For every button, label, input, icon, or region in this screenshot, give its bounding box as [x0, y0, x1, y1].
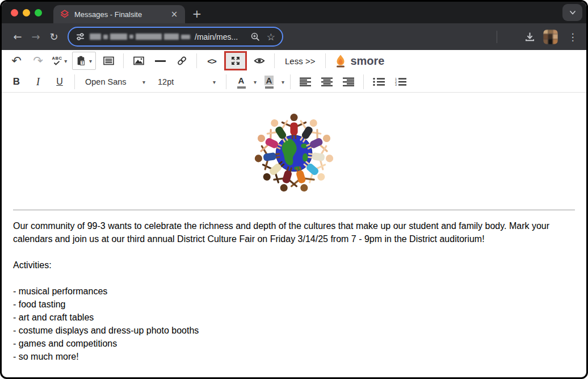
activity-item: - so much more!: [13, 350, 575, 363]
image-icon: [133, 56, 144, 65]
toolbar-divider: [363, 74, 364, 89]
font-family-value: Open Sans: [85, 77, 127, 86]
background-color-icon: A: [264, 76, 274, 89]
align-center-button[interactable]: [318, 73, 336, 90]
align-left-icon: [300, 77, 311, 86]
tab-close-icon[interactable]: ×: [169, 9, 179, 19]
table-icon: [103, 56, 114, 65]
bold-button[interactable]: B: [7, 73, 26, 90]
text-color-icon: A: [237, 76, 246, 89]
spellcheck-button[interactable]: ABC ▾: [51, 52, 69, 69]
reload-button[interactable]: ↻: [45, 28, 63, 46]
bullet-list-icon: [373, 77, 385, 86]
zoom-icon[interactable]: [250, 32, 260, 41]
intro-paragraph: Our community of 99-3 wants to celebrate…: [13, 219, 569, 245]
smore-flame-icon: [335, 54, 346, 68]
horizontal-rule-button[interactable]: [151, 52, 169, 69]
bullet-list-button[interactable]: [369, 73, 388, 90]
tab-title: Messages - Finalsite: [74, 10, 164, 19]
new-tab-button[interactable]: +: [188, 5, 205, 22]
browser-menu-icon[interactable]: ⋮: [566, 31, 579, 43]
zoom-window-button[interactable]: [35, 9, 42, 16]
code-view-button[interactable]: <>: [203, 52, 221, 69]
browser-window: Messages - Finalsite × + ← → ↻ /main/mes…: [0, 0, 588, 379]
activity-item: - art and craft tables: [13, 311, 575, 324]
toolbar-divider: [226, 74, 226, 89]
caret-icon: ▾: [142, 79, 145, 85]
toolbar-divider: [196, 53, 197, 68]
address-bar: ← → ↻ /main/mes... ☆: [2, 23, 586, 50]
paste-icon: T: [76, 56, 86, 66]
numbered-list-icon: 1 2 3: [394, 77, 406, 86]
smore-button[interactable]: smore: [331, 54, 388, 68]
text-color-button[interactable]: A: [232, 73, 250, 90]
font-size-select[interactable]: 12pt ▾: [153, 73, 220, 90]
link-icon: [177, 56, 187, 66]
back-button[interactable]: ←: [9, 28, 27, 46]
less-options-button[interactable]: Less >>: [280, 56, 320, 66]
toolbar-divider: [123, 53, 124, 68]
italic-button[interactable]: I: [29, 73, 47, 90]
editor-content-area[interactable]: Our community of 99-3 wants to celebrate…: [2, 93, 586, 377]
profile-avatar[interactable]: [543, 30, 558, 44]
insert-image-button[interactable]: [129, 52, 148, 69]
font-size-value: 12pt: [158, 77, 174, 86]
svg-text:3: 3: [395, 83, 397, 86]
caret-icon: ▾: [213, 79, 216, 85]
preview-button[interactable]: [250, 52, 268, 69]
align-left-button[interactable]: [296, 73, 314, 90]
activity-item: - games and competitions: [13, 337, 575, 350]
tab-messages-finalsite[interactable]: Messages - Finalsite ×: [53, 5, 185, 23]
activities-list: - musical performances- food tasting- ar…: [13, 285, 575, 363]
toolbar-divider: [325, 53, 326, 68]
table-button[interactable]: [99, 52, 117, 69]
fullscreen-button-highlighted[interactable]: [224, 51, 247, 70]
fullscreen-icon: [230, 56, 241, 66]
activity-item: - musical performances: [13, 285, 575, 298]
caret-icon[interactable]: ▾: [254, 79, 257, 85]
numbered-list-button[interactable]: 1 2 3: [391, 73, 409, 90]
undo-button[interactable]: ↶: [7, 52, 26, 69]
url-omnibox[interactable]: /main/mes... ☆: [68, 27, 283, 47]
culture-fair-image[interactable]: [251, 109, 337, 195]
activity-item: - food tasting: [13, 298, 575, 311]
url-visible-path: /main/mes...: [195, 32, 238, 41]
insert-link-button[interactable]: [173, 52, 191, 69]
caret-icon[interactable]: ▾: [282, 79, 284, 85]
smore-wordmark: smore: [350, 55, 384, 68]
align-right-button[interactable]: [339, 73, 358, 90]
align-center-icon: [321, 77, 333, 86]
underline-button[interactable]: U: [51, 73, 69, 90]
tune-icon[interactable]: [75, 32, 85, 41]
editor-toolbar-row2: B I U Open Sans ▾ 12pt ▾ A ▾ A ▾: [2, 72, 586, 93]
caret-icon: ▾: [64, 58, 67, 64]
chevron-down-icon: [568, 8, 577, 17]
toolbar-divider: [74, 74, 75, 89]
finalsite-favicon: [60, 10, 69, 19]
redo-button[interactable]: ↷: [29, 52, 47, 69]
tab-strip: Messages - Finalsite × +: [2, 2, 586, 23]
url-redacted-text: [90, 34, 190, 40]
activity-item: - costume displays and dress-up photo bo…: [13, 324, 575, 337]
font-family-select[interactable]: Open Sans ▾: [81, 73, 150, 90]
toolbar-divider: [274, 53, 275, 68]
toolbar-divider: [290, 74, 291, 89]
toolbar-divider: [497, 31, 497, 43]
horizontal-line-icon: [155, 60, 166, 62]
forward-button[interactable]: →: [27, 28, 45, 46]
window-chevron-button[interactable]: [562, 4, 582, 21]
activities-heading: Activities:: [13, 259, 569, 272]
editor-toolbar-row1: ↶ ↷ ABC ▾ T ▾: [2, 50, 586, 72]
paste-as-text-button[interactable]: T ▾: [72, 52, 96, 70]
message-divider: [13, 210, 575, 210]
caret-icon: ▾: [89, 58, 92, 64]
background-color-button[interactable]: A: [260, 73, 278, 90]
traffic-lights: [2, 2, 51, 23]
eye-icon: [254, 56, 265, 65]
align-right-icon: [343, 77, 354, 86]
spellcheck-icon: ABC: [52, 56, 62, 65]
close-window-button[interactable]: [11, 9, 18, 16]
bookmark-star-icon[interactable]: ☆: [267, 31, 275, 43]
minimize-window-button[interactable]: [23, 9, 30, 16]
download-icon[interactable]: [524, 31, 535, 42]
